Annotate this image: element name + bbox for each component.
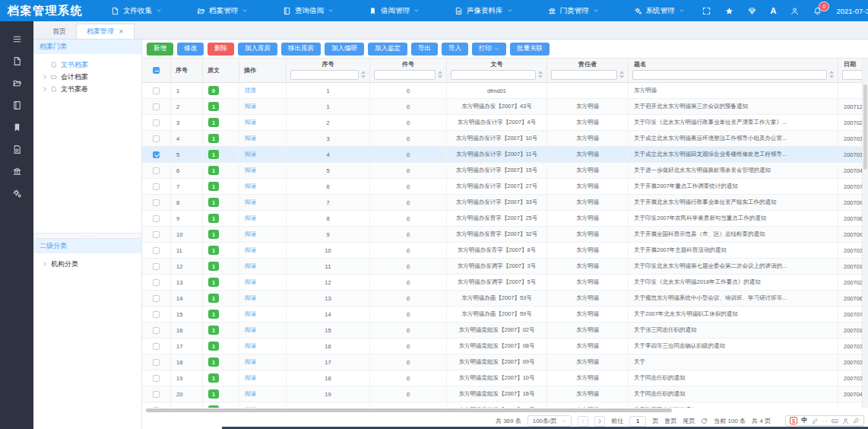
- ime-logo-icon[interactable]: S: [790, 417, 797, 424]
- prev-page-button[interactable]: [578, 416, 588, 427]
- vertical-scrollbar[interactable]: [862, 59, 868, 408]
- sidebar-borrow-manage-icon[interactable]: [0, 116, 33, 138]
- table-row[interactable]: 31阅读20东方明德办发计字【2007】4号东方明德关于印发《北京东方明德行政事…: [142, 115, 868, 131]
- toolbar-button-加入编研[interactable]: 加入编研: [325, 43, 364, 56]
- table-row[interactable]: 131阅读120东方明德办发调字【2007】5号东方明德关于印发《北京东方明德2…: [142, 275, 868, 291]
- filter-resp-input[interactable]: [551, 70, 617, 80]
- action-link[interactable]: 阅读: [245, 183, 256, 190]
- close-icon[interactable]: ✕: [119, 29, 124, 35]
- next-page-button[interactable]: [594, 416, 605, 427]
- table-row[interactable]: 111阅读100东方明德办发青字【2007】8号东方明德关于开展2007年主题科…: [142, 243, 868, 259]
- toolbar-button-新增[interactable]: 新增: [147, 43, 173, 56]
- menu-item-系统管理[interactable]: 系统管理: [616, 0, 702, 21]
- row-checkbox[interactable]: [153, 295, 160, 302]
- action-link[interactable]: 阅读: [245, 326, 256, 334]
- action-link[interactable]: 阅读: [245, 151, 256, 158]
- row-checkbox[interactable]: [153, 375, 160, 382]
- horizontal-scrollbar-thumb[interactable]: [146, 408, 672, 412]
- toolbar-button-加入鉴定[interactable]: 加入鉴定: [368, 43, 407, 56]
- sort-title-control[interactable]: [829, 71, 834, 78]
- action-link[interactable]: 阅读: [245, 262, 256, 270]
- row-checkbox[interactable]: [153, 263, 160, 270]
- table-row[interactable]: 201阅读190东方明德党组发【2007】16号东方明德关于同志任职的通知200…: [142, 386, 868, 402]
- action-link[interactable]: 阅读: [245, 374, 256, 382]
- toolbar-button-加入库房[interactable]: 加入库房: [238, 43, 277, 56]
- menu-item-文件收集[interactable]: 文件收集: [93, 0, 179, 21]
- first-page-link[interactable]: 首页: [664, 417, 676, 425]
- action-link[interactable]: 阅读: [245, 214, 256, 222]
- refresh-icon[interactable]: [701, 418, 708, 424]
- row-checkbox[interactable]: [153, 231, 160, 238]
- sidebar-archive-manage-icon[interactable]: [0, 72, 33, 94]
- row-checkbox[interactable]: [153, 103, 160, 110]
- row-checkbox[interactable]: [153, 135, 160, 142]
- filter-docno-input[interactable]: [451, 70, 536, 80]
- action-link[interactable]: 阅读: [245, 199, 256, 206]
- sidebar-category-manage-icon[interactable]: [0, 160, 33, 183]
- tab-首页[interactable]: 首页: [43, 24, 76, 39]
- tab-档案管理[interactable]: 档案管理✕: [76, 24, 135, 39]
- ime-more-dots[interactable]: ··: [822, 418, 828, 424]
- sort-docno-control[interactable]: [538, 71, 543, 78]
- ime-wrench-icon[interactable]: [853, 418, 860, 424]
- table-row[interactable]: 71阅读60东方明德办发计字【2007】27号东方明德关于开展2007年重点工作…: [142, 179, 868, 195]
- panel-splitter[interactable]: ·······: [33, 233, 141, 239]
- table-row[interactable]: 61阅读50东方明德办发计字【2007】15号东方明德关于进一步做好北京东方明德…: [142, 163, 868, 179]
- page-size-select[interactable]: 100条/页: [527, 415, 572, 427]
- tree-item-会计档案[interactable]: 会计档案: [33, 71, 141, 83]
- menu-item-借阅管理[interactable]: 借阅管理: [351, 0, 437, 21]
- ime-user-icon[interactable]: [842, 418, 849, 424]
- row-checkbox[interactable]: [153, 183, 160, 190]
- font-size-icon[interactable]: A: [771, 6, 777, 15]
- action-link[interactable]: 阅读: [245, 342, 256, 350]
- action-link[interactable]: 阅读: [245, 310, 256, 318]
- sort-item-control[interactable]: [438, 71, 442, 78]
- ime-keyboard-icon[interactable]: [832, 418, 838, 424]
- fullscreen-icon[interactable]: [702, 7, 711, 15]
- toolbar-button-修改[interactable]: 修改: [177, 43, 204, 56]
- row-checkbox[interactable]: [153, 311, 160, 318]
- select-all-checkbox[interactable]: [153, 67, 160, 74]
- tree-item-文书案卷[interactable]: 文书案卷: [33, 83, 141, 95]
- ime-pen-icon[interactable]: [812, 418, 819, 424]
- table-row[interactable]: 81阅读70东方明德办发计字【2007】33号东方明德关于开展北京东方明德行政事…: [142, 195, 868, 211]
- table-row[interactable]: 91阅读80东方明德办发普字【2007】25号东方明德关于印发2007年农民科学…: [142, 211, 868, 227]
- row-checkbox[interactable]: [153, 327, 160, 334]
- table-row[interactable]: 21阅读10东方明德办发【2007】43号东方明德关于召开北京东方明德第三次会议…: [142, 99, 868, 115]
- table-row[interactable]: 161阅读150东方明德党组发【2007】02号东方明德关于张三同志任职的通知2…: [142, 323, 868, 338]
- row-checkbox[interactable]: [153, 151, 160, 158]
- sidebar-hamburger-icon[interactable]: [0, 28, 33, 50]
- toolbar-button-批量关联[interactable]: 批量关联: [510, 43, 550, 56]
- star-icon[interactable]: [725, 7, 733, 15]
- table-row[interactable]: 10挂接10dfmd01东方明德: [142, 83, 868, 99]
- table-row[interactable]: 181阅读170东方明德党组发【2007】09号东方明德关于20070322: [142, 354, 868, 370]
- menu-item-门类管理[interactable]: 门类管理: [531, 0, 616, 21]
- tree-item-机构分类[interactable]: 机构分类: [33, 258, 141, 270]
- row-checkbox[interactable]: [153, 87, 160, 94]
- table-row[interactable]: 51阅读40东方明德办发计字【2007】11号东方明德关于成立北京东方明德回龙观…: [142, 147, 868, 163]
- sidebar-file-collect-icon[interactable]: [0, 50, 33, 72]
- tree-item-文书档案[interactable]: 文书档案: [33, 59, 141, 71]
- vertical-scrollbar-thumb[interactable]: [863, 84, 867, 170]
- ime-language-mode[interactable]: 中: [801, 416, 808, 425]
- row-checkbox[interactable]: [153, 279, 160, 286]
- table-row[interactable]: 101阅读90东方明德办发普字【2007】32号东方明德关于开展全国科普示范县（…: [142, 227, 868, 243]
- table-row[interactable]: 141阅读130东方明德办函【2007】53号东方明德关于规范东方明德系统中小型…: [142, 291, 868, 307]
- action-link[interactable]: 阅读: [245, 230, 256, 238]
- menu-item-档案管理[interactable]: 档案管理: [179, 0, 265, 21]
- gem-icon[interactable]: [748, 7, 756, 15]
- table-row[interactable]: 171阅读160东方明德党组发【2007】08号东方明德关于李四等三位同志确认职…: [142, 338, 868, 354]
- table-row[interactable]: 151阅读140东方明德办函【2007】59号东方明德关于2007年北京东方明德…: [142, 307, 868, 323]
- goto-page-input[interactable]: [629, 416, 646, 427]
- action-link[interactable]: 阅读: [245, 119, 256, 126]
- filter-title-input[interactable]: [632, 70, 827, 80]
- row-checkbox[interactable]: [153, 215, 160, 222]
- action-link[interactable]: 挂接: [245, 87, 256, 94]
- table-row[interactable]: 211阅读200东方明德党组发【2007】18号东方明德关于陈三同志任职的通知2…: [142, 402, 868, 408]
- sidebar-av-library-icon[interactable]: [0, 138, 33, 160]
- toolbar-button-导出[interactable]: 导出: [411, 43, 438, 56]
- action-link[interactable]: 阅读: [245, 103, 256, 110]
- sort-resp-control[interactable]: [619, 71, 624, 78]
- last-page-link[interactable]: 尾页: [683, 417, 695, 425]
- sort-seq-control[interactable]: [361, 71, 366, 78]
